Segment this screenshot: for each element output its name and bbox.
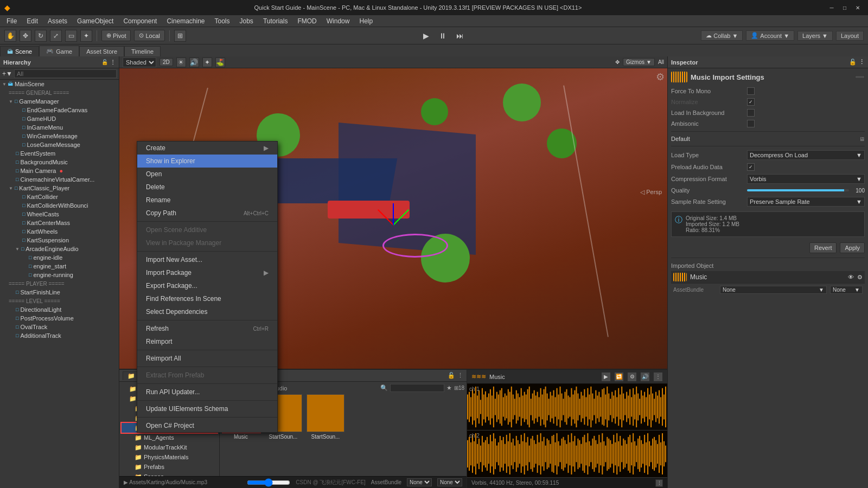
eye-icon[interactable]: 👁 <box>848 274 854 280</box>
hierarchy-item[interactable]: ▼□ArcadeEngineAudio <box>0 245 119 253</box>
hand-tool-button[interactable]: ✋ <box>4 30 16 42</box>
project-folder-item[interactable]: 📁Prefabs <box>122 462 217 472</box>
project-folder-item[interactable]: 📁ML_Agents <box>122 433 217 442</box>
hierarchy-item[interactable]: □EndGameFadeCanvas <box>0 106 119 114</box>
tab-game[interactable]: 🎮 Game <box>39 46 79 56</box>
gizmos-dropdown[interactable]: Gizmos▼ <box>623 58 655 66</box>
hierarchy-item[interactable]: □engine-idle <box>0 253 119 262</box>
mute-preview-button[interactable]: 🔊 <box>640 372 650 382</box>
context-menu-item[interactable]: RefreshCtrl+R <box>137 322 277 335</box>
menu-item-assets[interactable]: Assets <box>43 16 72 26</box>
settings-icon[interactable]: ⚙ <box>857 274 863 281</box>
settings-preview-button[interactable]: ⚙ <box>627 372 637 382</box>
context-menu-item[interactable]: Reimport All <box>137 352 277 365</box>
menu-item-file[interactable]: File <box>2 16 21 26</box>
ambisonic-checkbox[interactable] <box>747 120 755 127</box>
hierarchy-item[interactable]: □KartWheels <box>0 227 119 236</box>
hierarchy-item[interactable]: ▼□GameManager <box>0 97 119 106</box>
lock-icon[interactable]: 🔓 <box>448 372 455 379</box>
effects-toggle[interactable]: ✦ <box>202 57 212 67</box>
hierarchy-item[interactable]: ===== PLAYER ===== <box>0 279 119 288</box>
project-folder-item[interactable]: 📁ModularTrackKit <box>122 442 217 452</box>
menu-item-tutorials[interactable]: Tutorials <box>259 16 292 26</box>
hierarchy-search-input[interactable] <box>14 69 117 78</box>
hierarchy-item[interactable]: □WheelCasts <box>0 210 119 219</box>
context-menu-item[interactable]: Import New Asset... <box>137 253 277 266</box>
step-button[interactable]: ⏭ <box>453 30 467 41</box>
assetbundle-variant-dropdown[interactable]: None <box>437 478 462 486</box>
rect-tool-button[interactable]: ▭ <box>65 30 77 42</box>
close-button[interactable]: ✕ <box>852 2 864 13</box>
hierarchy-item[interactable]: □PostProcessVolume <box>0 314 119 323</box>
more-preview-button[interactable]: ⋮ <box>653 372 663 382</box>
collab-button[interactable]: ☁ Collab ▼ <box>701 30 743 41</box>
asset-item[interactable]: StartSoun... <box>307 394 344 440</box>
load-type-dropdown[interactable]: Decompress On Load ▼ <box>747 150 865 160</box>
add-hierarchy-button[interactable]: +▼ <box>2 70 12 78</box>
menu-item-component[interactable]: Component <box>119 16 161 26</box>
transform-tool-button[interactable]: ✦ <box>80 30 92 42</box>
hierarchy-item[interactable]: □StartFinishLine <box>0 288 119 297</box>
pause-button[interactable]: ⏸ <box>436 30 450 41</box>
2d-toggle[interactable]: 2D <box>159 58 173 66</box>
scale-tool-button[interactable]: ⤢ <box>50 30 62 42</box>
project-folder-item[interactable]: 📁PhysicsMaterials <box>122 452 217 462</box>
tab-timeline[interactable]: Timeline <box>124 46 161 56</box>
zoom-slider[interactable] <box>247 478 290 487</box>
context-menu-item[interactable]: Run API Updater... <box>137 386 277 399</box>
menu-item-gameobject[interactable]: GameObject <box>73 16 118 26</box>
context-menu-item[interactable]: Export Package... <box>137 279 277 292</box>
context-menu-item[interactable]: Open <box>137 168 277 181</box>
lock-icon[interactable]: 🔓 <box>101 59 108 65</box>
maximize-button[interactable]: □ <box>839 2 851 13</box>
more-icon[interactable]: ⋮ <box>457 372 463 379</box>
hierarchy-item[interactable]: □DirectionalLight <box>0 305 119 314</box>
sample-rate-dropdown[interactable]: Preserve Sample Rate ▼ <box>747 197 865 207</box>
local-button[interactable]: ⊙ Local <box>134 30 164 41</box>
rotate-tool-button[interactable]: ↻ <box>35 30 47 42</box>
play-button[interactable]: ▶ <box>420 30 432 41</box>
star-icon[interactable]: ★ <box>446 384 452 391</box>
context-menu-item[interactable]: Reimport <box>137 335 277 348</box>
nav-toggle[interactable]: ⛳ <box>215 57 225 67</box>
lock-inspector-icon[interactable]: 🔓 <box>849 59 857 66</box>
menu-item-fmod[interactable]: FMOD <box>293 16 321 26</box>
asset-search-input[interactable] <box>390 384 444 392</box>
hierarchy-item[interactable]: ===== LEVEL ===== <box>0 297 119 305</box>
audio-toggle[interactable]: 🔊 <box>189 57 199 67</box>
pivot-button[interactable]: ⊕ Pivot <box>101 30 131 41</box>
open-button[interactable] <box>855 75 865 79</box>
tab-asset-store[interactable]: Asset Store <box>79 46 124 56</box>
more-icon[interactable]: ⋮ <box>110 59 116 65</box>
hierarchy-item[interactable]: ===== GENERAL ===== <box>0 88 119 97</box>
menu-item-tools[interactable]: Tools <box>210 16 234 26</box>
preload-audio-checkbox[interactable] <box>747 163 755 171</box>
hierarchy-item[interactable]: □KartSuspension <box>0 236 119 245</box>
hierarchy-item[interactable]: □KartCenterMass <box>0 219 119 227</box>
shaded-dropdown[interactable]: Shaded <box>123 57 156 67</box>
settings-icon[interactable]: ⚙ <box>656 71 665 83</box>
menu-item-edit[interactable]: Edit <box>22 16 42 26</box>
revert-button[interactable]: Revert <box>809 242 837 253</box>
hierarchy-item[interactable]: ▼□KartClassic_Player <box>0 184 119 192</box>
account-button[interactable]: 👤 Account ▼ <box>746 30 794 41</box>
menu-item-window[interactable]: Window <box>322 16 354 26</box>
hierarchy-item[interactable]: □AdditionalTrack <box>0 331 119 340</box>
quality-slider[interactable] <box>747 189 849 191</box>
menu-item-cinemachine[interactable]: Cinemachine <box>162 16 209 26</box>
layout-button[interactable]: Layout <box>836 31 864 41</box>
tab-scene[interactable]: 🏔 Scene <box>0 46 39 56</box>
play-preview-button[interactable]: ▶ <box>601 372 611 382</box>
context-menu-item[interactable]: Rename <box>137 194 277 207</box>
menu-item-jobs[interactable]: Jobs <box>235 16 258 26</box>
assetbundle-dropdown[interactable]: None <box>407 478 432 486</box>
load-bg-checkbox[interactable] <box>747 109 755 117</box>
hierarchy-item[interactable]: □OvalTrack <box>0 323 119 331</box>
context-menu-item[interactable]: Create▶ <box>137 142 277 155</box>
project-folder-item[interactable]: 📁Scenes <box>122 472 217 476</box>
hierarchy-item[interactable]: □InGameMenu <box>0 123 119 132</box>
context-menu-item[interactable]: Select Dependencies <box>137 305 277 318</box>
loop-preview-button[interactable]: 🔁 <box>614 372 624 382</box>
hierarchy-item[interactable]: □LoseGameMessage <box>0 140 119 149</box>
force-mono-checkbox[interactable] <box>747 87 755 95</box>
